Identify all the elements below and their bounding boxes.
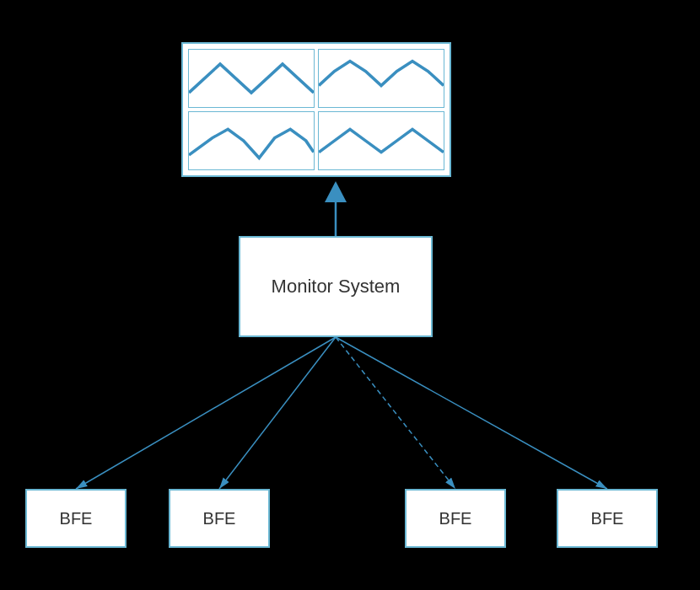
line-to-bfe2 (219, 337, 336, 489)
bfe-box-3: BFE (405, 489, 506, 548)
monitor-display (181, 42, 451, 177)
screen-panel-3 (188, 111, 315, 170)
bfe1-label: BFE (60, 509, 93, 528)
line-to-bfe4 (336, 337, 607, 489)
bfe-box-1: BFE (25, 489, 127, 548)
line-to-bfe1 (76, 337, 336, 489)
monitor-system-box: Monitor System (239, 236, 433, 337)
bfe2-label: BFE (203, 509, 236, 528)
screen-panel-1 (188, 49, 315, 108)
bfe-box-2: BFE (169, 489, 270, 548)
diagram: Monitor System BFE BFE BFE BFE (0, 0, 700, 590)
screen-panel-2 (318, 49, 444, 108)
bfe4-label: BFE (591, 509, 624, 528)
arrowhead-up (325, 181, 347, 202)
bfe3-label: BFE (439, 509, 472, 528)
bfe-box-4: BFE (557, 489, 658, 548)
screen-panel-4 (318, 111, 444, 170)
monitor-system-label: Monitor System (272, 275, 401, 299)
line-to-bfe3 (336, 337, 455, 489)
